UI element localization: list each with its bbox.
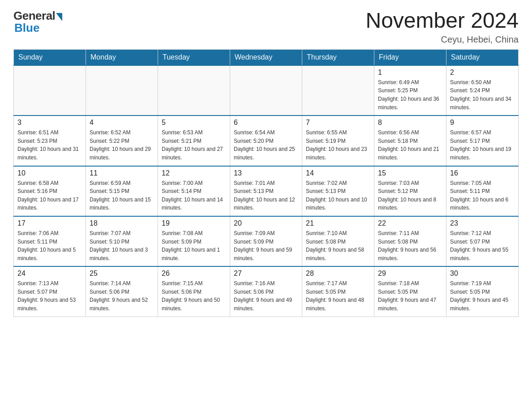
day-number: 15 <box>378 169 442 177</box>
day-number: 27 <box>234 270 298 278</box>
calendar-day-cell: 13Sunrise: 7:01 AMSunset: 5:13 PMDayligh… <box>230 166 302 216</box>
calendar-day-cell: 28Sunrise: 7:17 AMSunset: 5:05 PMDayligh… <box>302 266 374 317</box>
calendar-day-cell: 12Sunrise: 7:00 AMSunset: 5:14 PMDayligh… <box>158 166 230 216</box>
day-info: Sunrise: 7:05 AMSunset: 5:11 PMDaylight:… <box>450 179 515 212</box>
calendar-day-cell: 5Sunrise: 6:53 AMSunset: 5:21 PMDaylight… <box>158 116 230 166</box>
page-header: General Blue November 2024 Ceyu, Hebei, … <box>13 9 519 45</box>
day-info: Sunrise: 7:18 AMSunset: 5:05 PMDaylight:… <box>378 279 442 313</box>
day-number: 13 <box>234 169 298 177</box>
day-number: 6 <box>234 119 298 127</box>
day-number: 9 <box>450 119 515 127</box>
day-number: 22 <box>378 219 442 227</box>
day-info: Sunrise: 7:08 AMSunset: 5:09 PMDaylight:… <box>162 229 226 262</box>
day-info: Sunrise: 6:53 AMSunset: 5:21 PMDaylight:… <box>162 128 226 162</box>
day-info: Sunrise: 7:17 AMSunset: 5:05 PMDaylight:… <box>306 279 370 313</box>
weekday-header-monday: Monday <box>86 49 158 65</box>
calendar-day-cell: 20Sunrise: 7:09 AMSunset: 5:09 PMDayligh… <box>230 216 302 266</box>
day-number: 2 <box>450 68 515 77</box>
day-info: Sunrise: 7:01 AMSunset: 5:13 PMDaylight:… <box>234 179 298 212</box>
day-number: 20 <box>234 219 298 227</box>
calendar-day-cell: 18Sunrise: 7:07 AMSunset: 5:10 PMDayligh… <box>86 216 158 266</box>
day-info: Sunrise: 6:49 AMSunset: 5:25 PMDaylight:… <box>378 78 442 111</box>
weekday-header-sunday: Sunday <box>14 49 86 65</box>
calendar-day-cell: 21Sunrise: 7:10 AMSunset: 5:08 PMDayligh… <box>302 216 374 266</box>
day-number: 5 <box>162 119 226 127</box>
calendar-day-cell: 8Sunrise: 6:56 AMSunset: 5:18 PMDaylight… <box>374 116 446 166</box>
calendar-location: Ceyu, Hebei, China <box>365 34 519 45</box>
calendar-week-row: 10Sunrise: 6:58 AMSunset: 5:16 PMDayligh… <box>14 166 519 216</box>
day-number: 25 <box>90 270 154 278</box>
day-info: Sunrise: 6:54 AMSunset: 5:20 PMDaylight:… <box>234 128 298 162</box>
calendar-day-cell: 14Sunrise: 7:02 AMSunset: 5:13 PMDayligh… <box>302 166 374 216</box>
calendar-day-cell: 19Sunrise: 7:08 AMSunset: 5:09 PMDayligh… <box>158 216 230 266</box>
calendar-week-row: 24Sunrise: 7:13 AMSunset: 5:07 PMDayligh… <box>14 266 519 317</box>
calendar-table: SundayMondayTuesdayWednesdayThursdayFrid… <box>13 49 519 317</box>
day-info: Sunrise: 6:57 AMSunset: 5:17 PMDaylight:… <box>450 128 515 162</box>
calendar-day-cell: 10Sunrise: 6:58 AMSunset: 5:16 PMDayligh… <box>14 166 86 216</box>
calendar-day-cell: 9Sunrise: 6:57 AMSunset: 5:17 PMDaylight… <box>446 116 519 166</box>
day-info: Sunrise: 7:11 AMSunset: 5:08 PMDaylight:… <box>378 229 442 262</box>
day-info: Sunrise: 7:13 AMSunset: 5:07 PMDaylight:… <box>17 279 82 313</box>
day-number: 30 <box>450 270 515 278</box>
calendar-day-cell: 4Sunrise: 6:52 AMSunset: 5:22 PMDaylight… <box>86 116 158 166</box>
day-info: Sunrise: 7:00 AMSunset: 5:14 PMDaylight:… <box>162 179 226 212</box>
weekday-header-friday: Friday <box>374 49 446 65</box>
calendar-day-cell: 25Sunrise: 7:14 AMSunset: 5:06 PMDayligh… <box>86 266 158 317</box>
day-number: 24 <box>17 270 82 278</box>
day-number: 7 <box>306 119 370 127</box>
calendar-day-cell: 15Sunrise: 7:03 AMSunset: 5:12 PMDayligh… <box>374 166 446 216</box>
day-info: Sunrise: 7:14 AMSunset: 5:06 PMDaylight:… <box>90 279 154 313</box>
calendar-day-cell: 7Sunrise: 6:55 AMSunset: 5:19 PMDaylight… <box>302 116 374 166</box>
day-info: Sunrise: 7:09 AMSunset: 5:09 PMDaylight:… <box>234 229 298 262</box>
weekday-header-tuesday: Tuesday <box>158 49 230 65</box>
calendar-day-cell: 6Sunrise: 6:54 AMSunset: 5:20 PMDaylight… <box>230 116 302 166</box>
calendar-day-cell: 11Sunrise: 6:59 AMSunset: 5:15 PMDayligh… <box>86 166 158 216</box>
day-number: 16 <box>450 169 515 177</box>
day-info: Sunrise: 7:06 AMSunset: 5:11 PMDaylight:… <box>17 229 82 262</box>
day-info: Sunrise: 7:03 AMSunset: 5:12 PMDaylight:… <box>378 179 442 212</box>
day-number: 26 <box>162 270 226 278</box>
calendar-day-cell: 1Sunrise: 6:49 AMSunset: 5:25 PMDaylight… <box>374 65 446 116</box>
calendar-day-cell: 27Sunrise: 7:16 AMSunset: 5:06 PMDayligh… <box>230 266 302 317</box>
calendar-week-row: 3Sunrise: 6:51 AMSunset: 5:23 PMDaylight… <box>14 116 519 166</box>
day-number: 21 <box>306 219 370 227</box>
calendar-day-cell <box>158 65 230 116</box>
day-number: 4 <box>90 119 154 127</box>
day-number: 29 <box>378 270 442 278</box>
logo-blue-text: Blue <box>14 21 39 35</box>
calendar-day-cell: 24Sunrise: 7:13 AMSunset: 5:07 PMDayligh… <box>14 266 86 317</box>
calendar-day-cell: 17Sunrise: 7:06 AMSunset: 5:11 PMDayligh… <box>14 216 86 266</box>
day-number: 18 <box>90 219 154 227</box>
day-info: Sunrise: 6:50 AMSunset: 5:24 PMDaylight:… <box>450 78 515 111</box>
calendar-day-cell: 2Sunrise: 6:50 AMSunset: 5:24 PMDaylight… <box>446 65 519 116</box>
calendar-day-cell: 26Sunrise: 7:15 AMSunset: 5:06 PMDayligh… <box>158 266 230 317</box>
day-number: 10 <box>17 169 82 177</box>
day-number: 17 <box>17 219 82 227</box>
weekday-header-thursday: Thursday <box>302 49 374 65</box>
calendar-day-cell: 29Sunrise: 7:18 AMSunset: 5:05 PMDayligh… <box>374 266 446 317</box>
day-info: Sunrise: 6:56 AMSunset: 5:18 PMDaylight:… <box>378 128 442 162</box>
day-number: 8 <box>378 119 442 127</box>
calendar-week-row: 1Sunrise: 6:49 AMSunset: 5:25 PMDaylight… <box>14 65 519 116</box>
day-number: 19 <box>162 219 226 227</box>
weekday-header-row: SundayMondayTuesdayWednesdayThursdayFrid… <box>14 49 519 65</box>
calendar-week-row: 17Sunrise: 7:06 AMSunset: 5:11 PMDayligh… <box>14 216 519 266</box>
day-info: Sunrise: 6:51 AMSunset: 5:23 PMDaylight:… <box>17 128 82 162</box>
title-block: November 2024 Ceyu, Hebei, China <box>365 9 519 45</box>
day-info: Sunrise: 7:16 AMSunset: 5:06 PMDaylight:… <box>234 279 298 313</box>
day-number: 23 <box>450 219 515 227</box>
day-number: 12 <box>162 169 226 177</box>
calendar-day-cell <box>86 65 158 116</box>
calendar-day-cell: 22Sunrise: 7:11 AMSunset: 5:08 PMDayligh… <box>374 216 446 266</box>
day-number: 28 <box>306 270 370 278</box>
calendar-day-cell: 3Sunrise: 6:51 AMSunset: 5:23 PMDaylight… <box>14 116 86 166</box>
day-number: 14 <box>306 169 370 177</box>
day-info: Sunrise: 7:10 AMSunset: 5:08 PMDaylight:… <box>306 229 370 262</box>
weekday-header-wednesday: Wednesday <box>230 49 302 65</box>
calendar-day-cell: 23Sunrise: 7:12 AMSunset: 5:07 PMDayligh… <box>446 216 519 266</box>
day-info: Sunrise: 7:15 AMSunset: 5:06 PMDaylight:… <box>162 279 226 313</box>
logo: General Blue <box>13 9 62 35</box>
day-info: Sunrise: 7:12 AMSunset: 5:07 PMDaylight:… <box>450 229 515 262</box>
day-info: Sunrise: 6:58 AMSunset: 5:16 PMDaylight:… <box>17 179 82 212</box>
calendar-title: November 2024 <box>365 9 519 33</box>
